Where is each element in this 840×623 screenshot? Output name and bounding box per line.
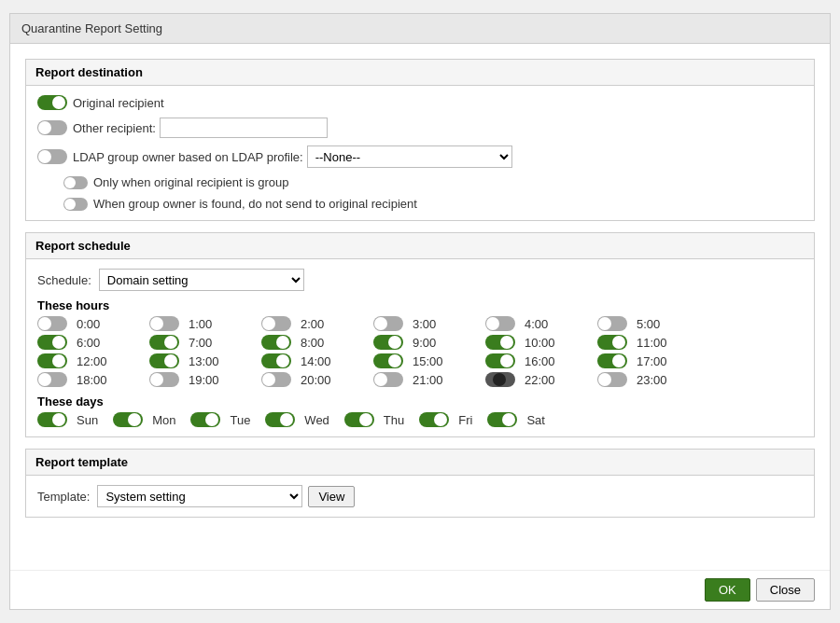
day-toggle-Sat[interactable] (487, 412, 517, 427)
day-track (344, 412, 374, 427)
hour-thumb (276, 336, 289, 349)
hour-toggle-0:00[interactable] (37, 316, 67, 331)
hour-track (597, 372, 627, 387)
other-recipient-input[interactable] (160, 118, 328, 138)
hour-thumb (374, 373, 387, 386)
hour-thumb (374, 317, 387, 330)
hour-label: 17:00 (637, 354, 667, 368)
original-recipient-toggle[interactable] (37, 95, 67, 110)
ldap-group-track (37, 149, 67, 164)
hour-track (37, 335, 67, 350)
hour-toggle-16:00[interactable] (485, 353, 515, 368)
day-item: Mon (113, 412, 175, 427)
report-template-section: Report template Template: System setting… (25, 449, 815, 518)
hour-toggle-1:00[interactable] (149, 316, 179, 331)
hour-toggle-10:00[interactable] (485, 335, 515, 350)
hour-toggle-22:00[interactable] (485, 372, 515, 387)
original-recipient-track (37, 95, 67, 110)
these-hours-label: These hours (37, 298, 803, 312)
hour-thumb (612, 336, 625, 349)
day-thumb (434, 413, 447, 426)
when-group-owner-label: When group owner is found, do not send t… (93, 197, 417, 211)
dialog-body: Report destination Original recipient (10, 44, 830, 570)
report-template-body: Template: System setting View (26, 476, 814, 517)
hour-track (597, 353, 627, 368)
hour-toggle-19:00[interactable] (149, 372, 179, 387)
close-button[interactable]: Close (756, 578, 815, 602)
hour-toggle-2:00[interactable] (261, 316, 291, 331)
hour-label: 16:00 (525, 354, 555, 368)
hour-toggle-12:00[interactable] (37, 353, 67, 368)
schedule-row: Schedule: Domain setting (37, 269, 803, 291)
hour-label: 12:00 (77, 354, 107, 368)
only-when-group-toggle[interactable] (63, 176, 88, 189)
day-track (487, 412, 517, 427)
hour-label: 14:00 (301, 354, 331, 368)
day-toggle-Sun[interactable] (37, 412, 67, 427)
dialog: Quarantine Report Setting Report destina… (9, 13, 831, 610)
report-schedule-header: Report schedule (26, 233, 814, 259)
hour-toggle-15:00[interactable] (373, 353, 403, 368)
hour-thumb (38, 317, 51, 330)
day-item: Fri (419, 412, 472, 427)
hour-label: 1:00 (189, 317, 212, 331)
hour-track (261, 316, 291, 331)
hour-toggle-20:00[interactable] (261, 372, 291, 387)
hour-label: 20:00 (301, 373, 331, 387)
day-toggle-Mon[interactable] (113, 412, 143, 427)
template-select[interactable]: System setting (97, 485, 302, 507)
hour-label: 7:00 (189, 336, 212, 350)
view-button[interactable]: View (308, 486, 355, 507)
day-toggle-Wed[interactable] (265, 412, 295, 427)
day-toggle-Tue[interactable] (190, 412, 220, 427)
hour-toggle-3:00[interactable] (373, 316, 403, 331)
other-recipient-track (37, 120, 67, 135)
hour-toggle-21:00[interactable] (373, 372, 403, 387)
ldap-group-toggle[interactable] (37, 149, 67, 164)
original-recipient-row: Original recipient (37, 95, 803, 110)
ldap-group-row: LDAP group owner based on LDAP profile: … (37, 145, 803, 168)
report-schedule-section: Report schedule Schedule: Domain setting… (25, 232, 815, 437)
hour-item: 0:00 (37, 316, 149, 331)
only-when-group-row: Only when original recipient is group (37, 175, 803, 189)
hour-thumb (150, 373, 163, 386)
day-toggle-Thu[interactable] (344, 412, 374, 427)
when-group-owner-row: When group owner is found, do not send t… (37, 197, 803, 211)
hour-toggle-5:00[interactable] (597, 316, 627, 331)
day-thumb (502, 413, 515, 426)
only-when-group-track (63, 176, 88, 189)
hour-track (485, 353, 515, 368)
hour-thumb (500, 336, 513, 349)
when-group-owner-thumb (64, 199, 76, 210)
hour-track (373, 372, 403, 387)
hour-toggle-14:00[interactable] (261, 353, 291, 368)
hour-track (485, 335, 515, 350)
hour-toggle-9:00[interactable] (373, 335, 403, 350)
report-destination-body: Original recipient Other recipient: (26, 86, 814, 220)
hour-item: 21:00 (373, 372, 485, 387)
hour-toggle-18:00[interactable] (37, 372, 67, 387)
hour-toggle-6:00[interactable] (37, 335, 67, 350)
hour-label: 5:00 (637, 317, 660, 331)
hour-label: 22:00 (525, 373, 555, 387)
hour-toggle-11:00[interactable] (597, 335, 627, 350)
original-recipient-label: Original recipient (73, 96, 164, 110)
day-toggle-Fri[interactable] (419, 412, 449, 427)
hour-thumb (262, 317, 275, 330)
hour-toggle-8:00[interactable] (261, 335, 291, 350)
hour-thumb (164, 336, 177, 349)
ldap-group-select[interactable]: --None-- (307, 145, 512, 168)
hour-toggle-7:00[interactable] (149, 335, 179, 350)
hours-grid: 0:00 1:00 2:00 3:00 (37, 316, 803, 387)
hour-toggle-4:00[interactable] (485, 316, 515, 331)
hour-toggle-17:00[interactable] (597, 353, 627, 368)
hour-toggle-13:00[interactable] (149, 353, 179, 368)
other-recipient-toggle[interactable] (37, 120, 67, 135)
hour-thumb (388, 354, 401, 367)
when-group-owner-toggle[interactable] (63, 198, 88, 211)
schedule-select[interactable]: Domain setting (99, 269, 304, 291)
ok-button[interactable]: OK (705, 578, 750, 602)
hour-toggle-23:00[interactable] (597, 372, 627, 387)
hour-track (261, 335, 291, 350)
hour-track (373, 353, 403, 368)
